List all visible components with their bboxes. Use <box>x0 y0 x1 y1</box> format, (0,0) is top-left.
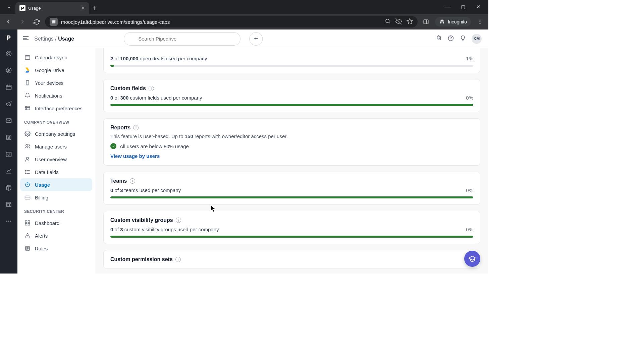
sidebar-item-interface-preferences[interactable]: Interface preferences <box>20 102 92 115</box>
sidebar-item-label: Manage users <box>35 144 67 149</box>
card-icon <box>24 194 31 201</box>
sidebar-item-rules[interactable]: Rules <box>20 242 92 255</box>
window-maximize-button[interactable]: ▢ <box>458 2 468 11</box>
breadcrumb-current: Usage <box>58 36 74 42</box>
info-icon[interactable]: i <box>176 218 181 223</box>
header-help-icon[interactable] <box>447 35 454 43</box>
rail-nav-mail-icon[interactable] <box>3 115 15 127</box>
google-drive-icon <box>24 67 31 73</box>
calendar-icon <box>24 54 31 61</box>
permission-title: Custom permission sets <box>110 256 173 262</box>
avatar[interactable]: KM <box>472 34 482 44</box>
incognito-label: Incognito <box>448 19 467 24</box>
svg-point-25 <box>10 221 11 222</box>
info-icon[interactable]: i <box>149 86 154 91</box>
address-bar[interactable]: moodjoy1altd.pipedrive.com/settings/usag… <box>45 16 418 27</box>
rail-nav-products-icon[interactable] <box>3 182 15 194</box>
svg-point-10 <box>480 21 481 22</box>
custom-fields-pct: 0% <box>466 95 473 101</box>
browser-back-button[interactable] <box>3 16 14 27</box>
visibility-title: Custom visibility groups <box>110 217 173 223</box>
card-open-deals: 2 of 100,000 open deals used per company… <box>103 48 480 73</box>
sidebar-item-usage[interactable]: Usage <box>20 178 92 191</box>
open-deals-usage-text: 2 of 100,000 open deals used per company <box>110 56 207 61</box>
rail-nav-activities-icon[interactable] <box>3 148 15 160</box>
svg-rect-50 <box>25 221 27 222</box>
sidebar-item-alerts[interactable]: Alerts <box>20 229 92 242</box>
sidebar-item-label: Notifications <box>35 93 62 99</box>
sidebar-item-dashboard[interactable]: Dashboard <box>20 217 92 229</box>
bookmark-star-icon[interactable] <box>407 18 413 26</box>
settings-sidebar: Calendar sync Google Drive Your devices … <box>17 48 95 274</box>
sidebar-item-data-fields[interactable]: Data fields <box>20 166 92 178</box>
rail-nav-insights-icon[interactable] <box>3 165 15 177</box>
sidebar-item-label: Your devices <box>35 80 63 86</box>
window-minimize-button[interactable]: — <box>443 2 452 11</box>
new-tab-button[interactable]: + <box>89 4 100 12</box>
view-usage-by-users-link[interactable]: View usage by users <box>110 153 160 159</box>
browser-toolbar: moodjoy1altd.pipedrive.com/settings/usag… <box>0 14 488 29</box>
browser-reload-button[interactable] <box>31 16 42 27</box>
svg-rect-52 <box>25 224 27 225</box>
open-deals-progress <box>110 65 473 67</box>
browser-forward-button[interactable] <box>17 16 28 27</box>
svg-point-23 <box>6 221 7 222</box>
tab-close-icon[interactable]: ✕ <box>81 5 85 11</box>
svg-rect-32 <box>25 56 30 60</box>
sidebar-item-company-settings[interactable]: Company settings <box>20 127 92 140</box>
search-input[interactable] <box>124 32 240 46</box>
url-text: moodjoy1altd.pipedrive.com/settings/usag… <box>61 19 170 25</box>
add-button[interactable]: + <box>249 32 263 46</box>
rail-nav-target-icon[interactable] <box>3 48 15 60</box>
sidebar-item-google-drive[interactable]: Google Drive <box>20 64 92 76</box>
rail-nav-campaigns-icon[interactable] <box>3 98 15 110</box>
users-icon <box>24 143 31 150</box>
svg-rect-7 <box>424 20 428 24</box>
card-reports: Reports i This feature is user-based. Up… <box>103 118 480 166</box>
sidebar-item-your-devices[interactable]: Your devices <box>20 76 92 89</box>
window-close-button[interactable]: ✕ <box>474 2 483 11</box>
svg-rect-1 <box>52 21 55 22</box>
card-teams: Teams i 0 of 3 teams used per company 0% <box>103 172 480 205</box>
incognito-badge[interactable]: Incognito <box>435 17 471 26</box>
sidebar-item-manage-users[interactable]: Manage users <box>20 140 92 153</box>
eye-off-icon[interactable] <box>395 18 402 26</box>
rail-nav-dollar-icon[interactable] <box>3 64 15 76</box>
teams-title: Teams <box>110 178 127 184</box>
info-icon[interactable]: i <box>133 125 139 130</box>
header-tips-icon[interactable] <box>460 35 466 43</box>
rail-nav-contacts-icon[interactable] <box>3 131 15 143</box>
user-icon <box>24 156 31 163</box>
rail-nav-marketplace-icon[interactable] <box>3 198 15 210</box>
info-icon[interactable]: i <box>130 178 135 184</box>
svg-rect-15 <box>6 85 11 89</box>
svg-point-40 <box>26 144 28 146</box>
side-panel-icon[interactable] <box>420 16 432 27</box>
reports-subtitle: This feature is user-based. Up to 150 re… <box>110 133 473 139</box>
sidebar-item-notifications[interactable]: Notifications <box>20 89 92 102</box>
sidebar-item-calendar-sync[interactable]: Calendar sync <box>20 51 92 64</box>
help-fab[interactable] <box>464 251 480 267</box>
site-info-icon[interactable] <box>50 18 58 26</box>
pipedrive-logo[interactable] <box>4 33 14 43</box>
interface-icon <box>24 105 31 112</box>
rail-nav-calendar-icon[interactable] <box>3 81 15 93</box>
zoom-icon[interactable] <box>385 18 391 25</box>
breadcrumb-parent[interactable]: Settings <box>34 36 54 42</box>
rail-nav-more-icon[interactable] <box>3 215 15 227</box>
svg-marker-6 <box>407 18 413 23</box>
check-icon: ✓ <box>110 143 116 149</box>
tab-search-button[interactable] <box>4 3 14 13</box>
sidebar-item-label: User overview <box>35 157 67 162</box>
info-icon[interactable]: i <box>175 257 181 262</box>
custom-fields-progress <box>110 104 473 106</box>
svg-rect-53 <box>28 224 30 225</box>
visibility-usage-text: 0 of 3 custom visibility groups used per… <box>110 227 219 232</box>
sidebar-item-billing[interactable]: Billing <box>20 191 92 204</box>
browser-tab[interactable]: P Usage ✕ <box>15 2 89 14</box>
gear-icon <box>24 130 31 137</box>
header-extension-icon[interactable] <box>435 35 442 43</box>
browser-menu-icon[interactable] <box>474 16 486 27</box>
sidebar-item-user-overview[interactable]: User overview <box>20 153 92 166</box>
sidebar-toggle-icon[interactable] <box>22 35 30 43</box>
